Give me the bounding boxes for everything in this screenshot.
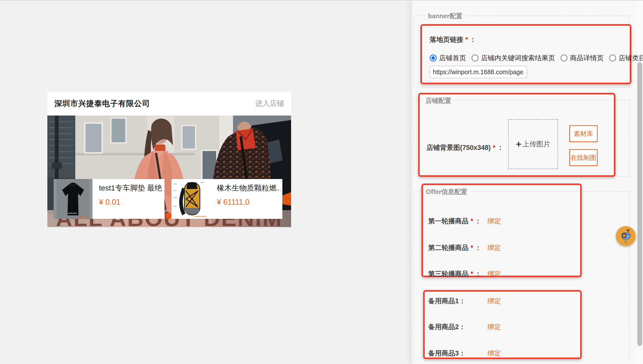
required-mark: * bbox=[493, 144, 495, 152]
radio-option-product-detail[interactable]: 商品详情页 bbox=[560, 54, 604, 62]
backup-products-highlight-box: 备用商品1： 绑定 备用商品2： 绑定 备用商品3： 绑定 bbox=[423, 290, 582, 359]
bind-link[interactable]: 绑定 bbox=[487, 322, 501, 332]
product-price: ¥ 61111.0 bbox=[217, 198, 280, 207]
carousel-product-label: 第二轮播商品*： bbox=[428, 244, 482, 252]
shop-config-highlight-box: 店铺背景图(750x348)*： + 上传图片 素材库 在线制图 bbox=[418, 93, 615, 177]
product-title: test1专车脚垫 最绝… bbox=[99, 183, 162, 193]
carousel-product-label: 第三轮播商品*： bbox=[428, 270, 482, 278]
product-card[interactable]: test1专车脚垫 最绝… ¥ 0.01 bbox=[54, 179, 164, 219]
banner-config-page: 深圳市兴捷泰电子有限公司 进入店铺 bbox=[0, 0, 643, 364]
product-image-tshirt bbox=[54, 179, 93, 219]
required-mark: * bbox=[471, 270, 473, 278]
config-panel: banner配置 落地页链接*： 店铺首页 店铺内关键词搜索结果页 商品详情页 bbox=[412, 0, 636, 364]
upload-image-dropzone[interactable]: + 上传图片 bbox=[508, 119, 558, 169]
mailbox-icon bbox=[618, 228, 633, 244]
store-preview: 深圳市兴捷泰电子有限公司 进入店铺 bbox=[47, 92, 291, 227]
radio-option-store-category[interactable]: 店铺类目页 bbox=[609, 54, 643, 62]
product-image-backpack bbox=[171, 179, 210, 219]
window-top-edge bbox=[0, 0, 643, 0]
landing-link-label: 落地页链接*： bbox=[430, 35, 476, 44]
bind-link[interactable]: 绑定 bbox=[487, 296, 501, 306]
required-mark: * bbox=[471, 217, 473, 225]
offer-config-highlight-box: 第一轮播商品*： 绑定 第二轮播商品*： 绑定 第三轮播商品*： 绑定 bbox=[421, 184, 582, 277]
product-info: 橡木生物质颗粒燃… ¥ 61111.0 bbox=[210, 179, 282, 219]
carousel-product-row-3: 第三轮播商品*： 绑定 bbox=[428, 270, 482, 278]
material-library-button[interactable]: 素材库 bbox=[569, 125, 598, 142]
plus-icon: + bbox=[516, 140, 521, 149]
radio-option-store-home[interactable]: 店铺首页 bbox=[430, 54, 466, 62]
product-info: test1专车脚垫 最绝… ¥ 0.01 bbox=[93, 179, 164, 219]
banner-config-legend: banner配置 bbox=[425, 12, 465, 20]
required-mark: * bbox=[471, 244, 473, 252]
required-mark: * bbox=[465, 36, 468, 43]
landing-link-highlight-box: 落地页链接*： 店铺首页 店铺内关键词搜索结果页 商品详情页 店铺类目页 bbox=[420, 24, 631, 84]
product-price: ¥ 0.01 bbox=[99, 198, 162, 207]
feedback-fab-button[interactable] bbox=[616, 226, 636, 246]
backup-product-row-1: 备用商品1： 绑定 bbox=[428, 296, 466, 306]
backup-product-row-2: 备用商品2： 绑定 bbox=[428, 322, 466, 332]
bind-link[interactable]: 绑定 bbox=[487, 270, 501, 278]
store-name: 深圳市兴捷泰电子有限公司 bbox=[54, 98, 150, 109]
carousel-dot bbox=[166, 212, 171, 219]
carousel-product-row-1: 第一轮播商品*： 绑定 bbox=[428, 216, 482, 226]
upload-image-label: 上传图片 bbox=[522, 140, 550, 149]
product-title: 橡木生物质颗粒燃… bbox=[217, 183, 280, 193]
bind-link[interactable]: 绑定 bbox=[487, 349, 501, 358]
radio-icon[interactable] bbox=[472, 54, 479, 62]
bind-link[interactable]: 绑定 bbox=[487, 243, 501, 252]
carousel-product-label: 第一轮播商品*： bbox=[428, 217, 482, 225]
backup-product-label: 备用商品3： bbox=[428, 350, 466, 357]
shop-background-label: 店铺背景图(750x348)*： bbox=[426, 143, 504, 152]
enter-store-link[interactable]: 进入店铺 bbox=[255, 98, 284, 108]
backup-product-row-3: 备用商品3： 绑定 bbox=[428, 349, 466, 358]
landing-type-radio-group: 店铺首页 店铺内关键词搜索结果页 商品详情页 店铺类目页 bbox=[430, 54, 643, 62]
radio-option-keyword-search[interactable]: 店铺内关键词搜索结果页 bbox=[472, 54, 555, 62]
online-editor-button[interactable]: 在线制图 bbox=[569, 149, 598, 166]
carousel-product-row-2: 第二轮播商品*： 绑定 bbox=[428, 243, 482, 252]
scrollbar-thumb[interactable] bbox=[637, 62, 642, 346]
radio-selected-icon[interactable] bbox=[430, 54, 437, 62]
backup-product-label: 备用商品2： bbox=[428, 323, 466, 331]
landing-url-input[interactable] bbox=[429, 66, 527, 78]
product-card[interactable]: 橡木生物质颗粒燃… ¥ 61111.0 bbox=[171, 179, 282, 219]
store-banner-preview: ALL ABOUT DENIM test1专车脚垫 最绝… ¥ bbox=[47, 116, 291, 227]
preview-store-header: 深圳市兴捷泰电子有限公司 进入店铺 bbox=[47, 92, 291, 116]
backup-product-label: 备用商品1： bbox=[428, 297, 466, 305]
radio-icon[interactable] bbox=[560, 54, 567, 62]
radio-icon[interactable] bbox=[609, 54, 616, 62]
bind-link[interactable]: 绑定 bbox=[487, 216, 501, 226]
